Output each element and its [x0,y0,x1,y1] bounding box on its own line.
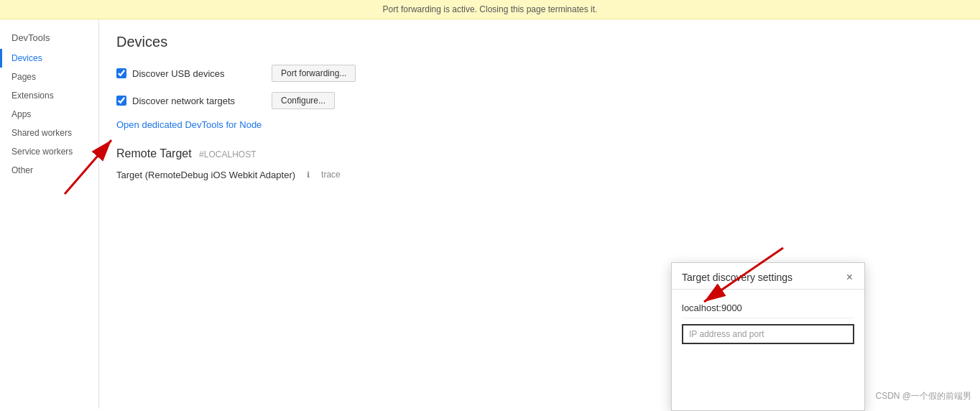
discover-network-checkbox[interactable] [116,96,126,106]
discover-usb-label[interactable]: Discover USB devices [116,68,260,79]
trace-link[interactable]: trace [321,170,341,180]
dialog-body: localhost:9000 [672,290,864,409]
sidebar-item-devices[interactable]: Devices [0,49,98,68]
sidebar-item-apps[interactable]: Apps [0,105,98,124]
sidebar-label-devices: Devices [11,53,42,63]
discover-network-text: Discover network targets [132,96,235,106]
port-forwarding-button[interactable]: Port forwarding... [272,65,356,82]
sidebar-item-service-workers[interactable]: Service workers [0,142,98,161]
sidebar-item-pages[interactable]: Pages [0,68,98,86]
target-discovery-dialog[interactable]: Target discovery settings × localhost:90… [671,262,865,409]
remote-target-title-text: Remote Target [116,147,192,160]
sidebar-label-other: Other [11,165,33,175]
discover-usb-checkbox[interactable] [116,68,126,78]
dialog-existing-item: localhost:9000 [682,298,854,318]
configure-button[interactable]: Configure... [272,92,335,109]
sidebar-label-extensions: Extensions [11,91,54,101]
discover-usb-text: Discover USB devices [132,68,225,79]
ip-address-input[interactable] [682,324,854,344]
devtools-node-link[interactable]: Open dedicated DevTools for Node [116,119,262,130]
target-row: Target (RemoteDebug iOS Webkit Adapter) … [116,169,963,180]
sidebar-label-apps: Apps [11,109,31,119]
sidebar-item-shared-workers[interactable]: Shared workers [0,124,98,142]
dialog-title: Target discovery settings [682,272,792,283]
banner-text: Port forwarding is active. Closing this … [383,4,598,14]
sidebar-label-shared-workers: Shared workers [11,128,72,138]
sidebar-item-extensions[interactable]: Extensions [0,86,98,105]
remote-target-hash: #LOCALHOST [199,149,256,160]
info-icon[interactable]: ℹ [302,169,314,180]
discover-usb-row: Discover USB devices Port forwarding... [116,65,963,82]
dialog-spacer [682,344,854,402]
remote-target-section: Remote Target #LOCALHOST Target (RemoteD… [116,147,963,180]
section-title: Devices [116,34,963,50]
dialog-header: Target discovery settings × [672,263,864,290]
target-label: Target (RemoteDebug iOS Webkit Adapter) [116,170,295,180]
remote-target-title: Remote Target #LOCALHOST [116,147,963,160]
dialog-close-button[interactable]: × [845,272,854,283]
discover-network-row: Discover network targets Configure... [116,92,963,109]
sidebar: DevTools Devices Pages Extensions Apps S… [0,19,99,409]
devtools-title: DevTools [0,27,98,49]
sidebar-item-other[interactable]: Other [0,161,98,180]
discover-network-label[interactable]: Discover network targets [116,96,260,106]
sidebar-label-service-workers: Service workers [11,147,73,157]
devtools-node-row: Open dedicated DevTools for Node [116,119,963,130]
sidebar-label-pages: Pages [11,72,36,82]
port-forwarding-banner: Port forwarding is active. Closing this … [0,0,980,19]
